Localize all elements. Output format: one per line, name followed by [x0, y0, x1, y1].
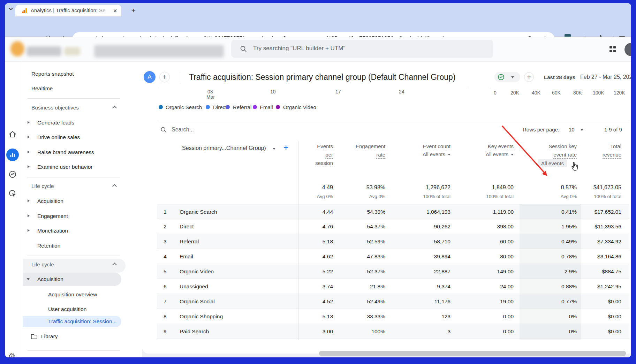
nav-acquisition-overview[interactable]: Acquisition overview — [48, 290, 97, 299]
expand-arrow-icon[interactable] — [28, 121, 30, 124]
apps-grid-icon[interactable] — [609, 45, 616, 53]
legend-label[interactable]: Direct — [213, 104, 227, 110]
new-tab-button[interactable]: + — [129, 6, 138, 15]
nav-user-acquisition[interactable]: User acquisition — [48, 304, 86, 314]
ga-search-bar[interactable]: Try searching "URL builder + UTM" — [231, 40, 493, 58]
row-channel[interactable]: Email — [180, 249, 193, 264]
row-channel[interactable]: Referral — [180, 234, 199, 249]
col-header-total-revenue[interactable]: Total — [610, 143, 621, 150]
collapse-chevron-icon[interactable] — [112, 184, 117, 189]
nav-library[interactable]: Library — [41, 332, 58, 341]
rows-per-page-select[interactable]: 10 — [569, 125, 575, 134]
row-channel[interactable]: Direct — [180, 219, 194, 234]
chevron-down-icon[interactable] — [581, 129, 583, 131]
table-row[interactable]: 5Organic Video 5.2252.37%22,887149.002.9… — [157, 264, 629, 279]
nav-raise-brand-awareness[interactable]: Raise brand awareness — [37, 147, 94, 157]
row-channel[interactable]: Organic Shopping — [180, 309, 223, 324]
horizontal-scrollbar[interactable] — [319, 351, 626, 356]
nav-section-life-cycle-2[interactable]: Life cycle — [31, 260, 54, 270]
table-search-icon — [160, 126, 167, 133]
summary-rev: $41,673.05 — [593, 184, 621, 191]
row-rev: $11,393.56 — [595, 219, 621, 234]
nav-traffic-acquisition-active[interactable]: Traffic acquisition: Session... — [48, 317, 120, 326]
col-header-events-per-session[interactable]: per — [325, 152, 333, 158]
nav-examine-user-behavior[interactable]: Examine user behavior — [37, 162, 93, 172]
table-row[interactable]: 1Organic Search 4.4454.39%1,064,1931,119… — [157, 204, 629, 219]
expand-arrow-icon[interactable] — [28, 151, 30, 153]
row-rev: $17,652.01 — [594, 204, 621, 219]
date-range-value[interactable]: Feb 27 - Mar 25, 202 — [580, 74, 631, 80]
row-number: 5 — [164, 264, 167, 279]
table-row[interactable]: 9Paid Search 3.00100%30.000%$0.00 — [157, 324, 629, 339]
nav-reports-snapshot[interactable]: Reports snapshot — [31, 69, 74, 79]
nav-realtime[interactable]: Realtime — [31, 84, 53, 93]
row-channel[interactable]: Unassigned — [180, 279, 208, 294]
analytics-favicon-icon — [22, 8, 28, 14]
col-header-events-per-session[interactable]: Events — [317, 143, 333, 150]
col-header-engagement-rate[interactable]: rate — [376, 152, 385, 158]
expand-arrow-icon[interactable] — [28, 165, 30, 168]
nav-monetization[interactable]: Monetization — [37, 226, 68, 236]
col-header-events-per-session[interactable]: session — [315, 160, 333, 166]
event-count-filter[interactable]: All events — [423, 151, 450, 158]
row-channel[interactable]: Organic Social — [180, 294, 215, 309]
expand-arrow-icon[interactable] — [28, 136, 30, 138]
rail-home-icon[interactable] — [8, 130, 17, 138]
col-header-event-count[interactable]: Event count — [423, 143, 450, 150]
row-channel[interactable]: Organic Search — [180, 204, 217, 219]
table-row[interactable]: 3Referral 5.1852.59%58,71060.000.49%$7,3… — [157, 234, 629, 249]
row-er: 21.8% — [370, 279, 385, 294]
property-selector-blurred[interactable] — [94, 45, 224, 58]
legend-label[interactable]: Organic Video — [283, 104, 316, 110]
table-row[interactable]: 8Organic Shopping 5.1333.33%1230.000%$0.… — [157, 309, 629, 324]
tab-search-chevron-icon[interactable] — [8, 6, 14, 12]
nav-retention[interactable]: Retention — [37, 241, 60, 251]
col-header-total-revenue[interactable]: revenue — [603, 152, 621, 158]
legend-label[interactable]: Organic Search — [166, 104, 202, 110]
chevron-down-icon[interactable] — [273, 148, 275, 150]
table-row[interactable]: 7Organic Social 4.5252.49%11,17619.000.7… — [157, 294, 629, 309]
table-row[interactable]: 6Unassigned 3.7421.8%9,37424.000.88%$1,2… — [157, 279, 629, 294]
nav-section-business-objectives[interactable]: Business objectives — [31, 103, 79, 113]
report-status-badge[interactable] — [494, 72, 520, 82]
rail-explore-icon[interactable] — [8, 170, 17, 179]
nav-engagement[interactable]: Engagement — [37, 211, 68, 221]
nav-drive-online-sales[interactable]: Drive online sales — [37, 132, 80, 142]
table-search-input[interactable]: Search... — [172, 125, 194, 135]
expand-arrow-icon[interactable] — [28, 229, 30, 232]
tab-close-icon[interactable]: ✕ — [112, 7, 119, 14]
report-title: Traffic acquisition: Session primary cha… — [189, 73, 456, 82]
nav-acquisition[interactable]: Acquisition — [37, 196, 63, 206]
collapse-arrow-icon[interactable] — [27, 278, 30, 280]
nav-acquisition-expanded[interactable]: Acquisition — [37, 274, 63, 284]
collapse-chevron-icon[interactable] — [112, 106, 117, 110]
col-header-session-key-event-rate[interactable]: Session key — [548, 143, 577, 150]
user-avatar[interactable] — [624, 43, 631, 56]
col-header-engagement-rate[interactable]: Engagement — [356, 143, 385, 150]
add-comparison-button[interactable]: + — [159, 72, 170, 82]
customize-report-button[interactable]: + — [524, 72, 534, 82]
report-owner-avatar[interactable]: A — [144, 71, 156, 83]
settings-gear-icon[interactable]: ⚙ — [8, 351, 16, 357]
row-ke: 0.00 — [503, 324, 514, 339]
col-header-session-key-event-rate[interactable]: event rate — [553, 152, 577, 158]
table-row[interactable]: 4Email 4.6247.83%39,89480.000.78%$3,164.… — [157, 249, 629, 264]
legend-label[interactable]: Email — [260, 104, 273, 110]
browser-tab[interactable]: Analytics | Traffic acquisition: Se ✕ — [15, 5, 121, 16]
rail-reports-icon[interactable] — [6, 149, 19, 161]
add-dimension-button[interactable]: + — [283, 143, 288, 152]
row-channel[interactable]: Organic Video — [180, 264, 214, 279]
row-channel[interactable]: Paid Search — [180, 324, 209, 339]
rail-advertising-icon[interactable] — [8, 189, 17, 198]
expand-arrow-icon[interactable] — [28, 199, 30, 202]
nav-section-life-cycle[interactable]: Life cycle — [31, 181, 54, 191]
table-row[interactable]: 2Direct 4.7654.37%90,262398.001.95%$11,3… — [157, 219, 629, 234]
legend-label[interactable]: Referral — [233, 104, 251, 110]
tab-strip: Analytics | Traffic acquisition: Se ✕ + — [5, 3, 631, 16]
date-range-preset[interactable]: Last 28 days — [544, 74, 575, 80]
dimension-header[interactable]: Session primary...Channel Group) — [182, 145, 266, 151]
expand-arrow-icon[interactable] — [28, 214, 30, 217]
report-nav-panel: Reports snapshot Realtime Business objec… — [22, 62, 142, 357]
nav-generate-leads[interactable]: Generate leads — [37, 118, 74, 128]
row-number: 2 — [164, 219, 167, 234]
